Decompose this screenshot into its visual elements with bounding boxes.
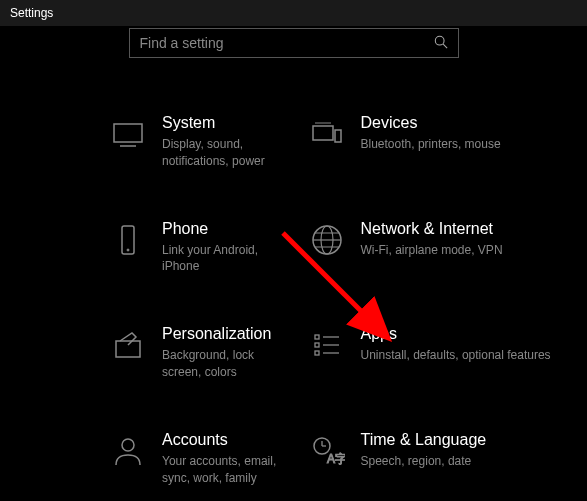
- search-input[interactable]: [140, 35, 434, 51]
- tile-personalization[interactable]: Personalization Background, lock screen,…: [20, 325, 289, 381]
- tile-title: Apps: [361, 325, 568, 343]
- accounts-icon: [110, 433, 146, 469]
- svg-rect-4: [313, 126, 333, 140]
- tile-title: Devices: [361, 114, 568, 132]
- tile-subtitle: Display, sound, notifications, power: [162, 136, 289, 170]
- tile-title: System: [162, 114, 289, 132]
- personalization-icon: [110, 327, 146, 363]
- tile-time-language[interactable]: A字 Time & Language Speech, region, date: [299, 431, 568, 487]
- svg-line-1: [443, 44, 447, 48]
- tile-system[interactable]: System Display, sound, notifications, po…: [20, 114, 289, 170]
- tile-subtitle: Background, lock screen, colors: [162, 347, 289, 381]
- tile-title: Network & Internet: [361, 220, 568, 238]
- svg-rect-14: [116, 341, 140, 357]
- svg-rect-19: [315, 351, 319, 355]
- svg-rect-5: [335, 130, 341, 142]
- devices-icon: [309, 116, 345, 152]
- tile-title: Phone: [162, 220, 289, 238]
- settings-grid: System Display, sound, notifications, po…: [0, 58, 587, 486]
- search-row: [0, 28, 587, 58]
- apps-icon: [309, 327, 345, 363]
- tile-accounts[interactable]: Accounts Your accounts, email, sync, wor…: [20, 431, 289, 487]
- tile-title: Time & Language: [361, 431, 568, 449]
- svg-rect-17: [315, 343, 319, 347]
- search-box[interactable]: [129, 28, 459, 58]
- tile-subtitle: Your accounts, email, sync, work, family: [162, 453, 289, 487]
- tile-phone[interactable]: Phone Link your Android, iPhone: [20, 220, 289, 276]
- tile-subtitle: Link your Android, iPhone: [162, 242, 289, 276]
- tile-subtitle: Bluetooth, printers, mouse: [361, 136, 568, 153]
- time-language-icon: A字: [309, 433, 345, 469]
- svg-point-0: [435, 36, 444, 45]
- tile-title: Personalization: [162, 325, 289, 343]
- svg-rect-2: [114, 124, 142, 142]
- titlebar: Settings: [0, 0, 587, 26]
- window-title: Settings: [10, 6, 53, 20]
- svg-point-21: [122, 439, 134, 451]
- tile-subtitle: Uninstall, defaults, optional features: [361, 347, 568, 364]
- svg-rect-15: [315, 335, 319, 339]
- system-icon: [110, 116, 146, 152]
- tile-subtitle: Wi-Fi, airplane mode, VPN: [361, 242, 568, 259]
- tile-network[interactable]: Network & Internet Wi-Fi, airplane mode,…: [299, 220, 568, 276]
- tile-subtitle: Speech, region, date: [361, 453, 568, 470]
- svg-text:A字: A字: [327, 452, 345, 466]
- phone-icon: [110, 222, 146, 258]
- search-icon: [434, 35, 448, 52]
- tile-title: Accounts: [162, 431, 289, 449]
- tile-devices[interactable]: Devices Bluetooth, printers, mouse: [299, 114, 568, 170]
- tile-apps[interactable]: Apps Uninstall, defaults, optional featu…: [299, 325, 568, 381]
- svg-point-8: [127, 249, 129, 251]
- network-icon: [309, 222, 345, 258]
